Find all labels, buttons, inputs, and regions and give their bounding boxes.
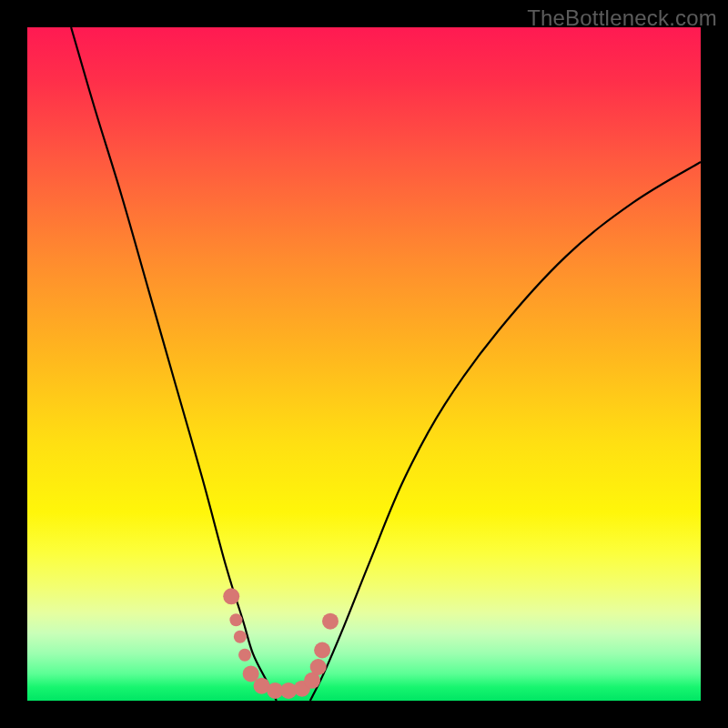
data-marker [229, 613, 242, 626]
data-marker [310, 659, 327, 675]
data-marker [314, 642, 330, 659]
data-marker [238, 649, 251, 662]
plot-area [27, 27, 701, 701]
curve-right [310, 162, 701, 701]
watermark-text: TheBottleneck.com [527, 5, 717, 31]
chart-frame: TheBottleneck.com [0, 0, 728, 728]
marker-group [223, 588, 339, 699]
data-marker [234, 631, 247, 643]
chart-svg [27, 27, 701, 701]
curve-left [71, 27, 277, 701]
data-marker [322, 613, 339, 630]
data-marker [223, 588, 239, 604]
